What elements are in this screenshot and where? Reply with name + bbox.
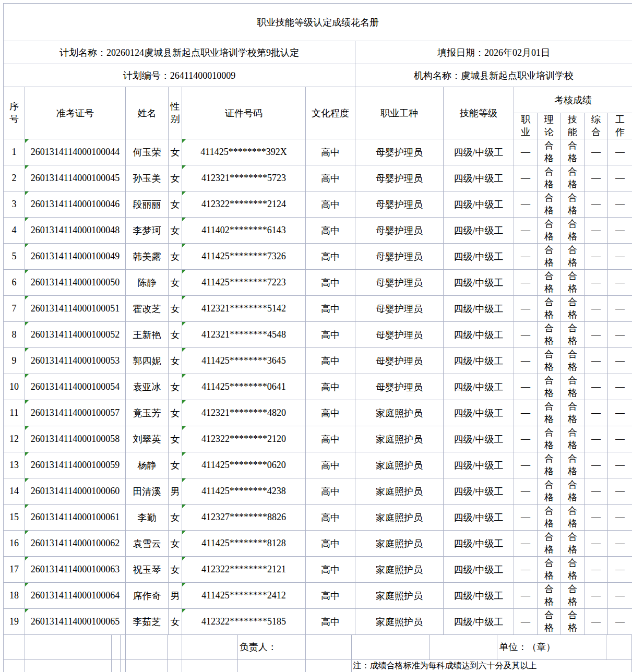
cell-score-work[interactable]: — bbox=[608, 478, 632, 505]
cell-gender[interactable]: 女 bbox=[169, 400, 182, 426]
cell-score-comprehensive[interactable]: — bbox=[585, 374, 608, 400]
cell-gender[interactable]: 女 bbox=[169, 270, 182, 296]
cell-score-occupational[interactable]: — bbox=[514, 609, 538, 635]
footer-cell[interactable] bbox=[352, 635, 430, 660]
cell-score-skill[interactable]: 合格 bbox=[561, 400, 585, 426]
cell-score-work[interactable]: — bbox=[608, 400, 632, 426]
cell-gender[interactable]: 女 bbox=[169, 609, 182, 635]
cell-score-theory[interactable]: 合格 bbox=[538, 296, 561, 322]
cell-occupation[interactable]: 母婴护理员 bbox=[355, 191, 444, 218]
cell-score-theory[interactable]: 合格 bbox=[538, 531, 561, 557]
cell-gender[interactable]: 女 bbox=[169, 531, 182, 557]
cell-name[interactable]: 袁雪云 bbox=[126, 531, 169, 557]
header-occupation[interactable]: 职业工种 bbox=[355, 87, 444, 139]
cell-score-comprehensive[interactable]: — bbox=[585, 478, 608, 505]
cell-gender[interactable]: 女 bbox=[169, 218, 182, 244]
header-education[interactable]: 文化程度 bbox=[306, 87, 355, 139]
cell-score-occupational[interactable]: — bbox=[514, 452, 538, 478]
cell-education[interactable]: 高中 bbox=[306, 505, 355, 531]
cell-gender[interactable]: 男 bbox=[169, 583, 182, 609]
cell-gender[interactable]: 女 bbox=[169, 505, 182, 531]
cell-education[interactable]: 高中 bbox=[306, 244, 355, 270]
cell-ticket-no[interactable]: 2601314114000100062 bbox=[25, 531, 126, 557]
cell-score-skill[interactable]: 合格 bbox=[561, 505, 585, 531]
footer-cell[interactable] bbox=[430, 635, 497, 660]
cell-score-work[interactable]: — bbox=[608, 505, 632, 531]
cell-gender[interactable]: 女 bbox=[169, 426, 182, 452]
cell-score-comprehensive[interactable]: — bbox=[585, 296, 608, 322]
cell-id-no[interactable]: 411425********0620 bbox=[182, 452, 306, 478]
cell-score-theory[interactable]: 合格 bbox=[538, 426, 561, 452]
cell-score-occupational[interactable]: — bbox=[514, 348, 538, 374]
cell-id-no[interactable]: 412321********4548 bbox=[182, 322, 306, 348]
cell-ticket-no[interactable]: 2601314114000100049 bbox=[25, 244, 126, 270]
cell-score-skill[interactable]: 合格 bbox=[561, 322, 585, 348]
cell-name[interactable]: 席作奇 bbox=[126, 583, 169, 609]
cell-score-theory[interactable]: 合格 bbox=[538, 374, 561, 400]
cell-name[interactable]: 李茹芝 bbox=[126, 609, 169, 635]
cell-id-no[interactable]: 411425********0641 bbox=[182, 374, 306, 400]
cell-seq[interactable]: 6 bbox=[4, 270, 25, 296]
cell-score-skill[interactable]: 合格 bbox=[561, 609, 585, 635]
cell-score-occupational[interactable]: — bbox=[514, 478, 538, 505]
unit-seal-label-cell[interactable]: 单位：（章） bbox=[497, 635, 606, 660]
cell-occupation[interactable]: 家庭照护员 bbox=[355, 609, 444, 635]
footer-cell[interactable] bbox=[25, 635, 112, 660]
cell-ticket-no[interactable]: 2601314114000100045 bbox=[25, 165, 126, 191]
cell-score-work[interactable]: — bbox=[608, 348, 632, 374]
footer-cell[interactable] bbox=[112, 635, 121, 660]
cell-skill-level[interactable]: 四级/中级工 bbox=[444, 426, 514, 452]
cell-name[interactable]: 竟玉芳 bbox=[126, 400, 169, 426]
cell-ticket-no[interactable]: 2601314114000100057 bbox=[25, 400, 126, 426]
cell-skill-level[interactable]: 四级/中级工 bbox=[444, 400, 514, 426]
cell-ticket-no[interactable]: 2601314114000100060 bbox=[25, 478, 126, 505]
cell-education[interactable]: 高中 bbox=[306, 557, 355, 583]
cell-ticket-no[interactable]: 2601314114000100052 bbox=[25, 322, 126, 348]
cell-score-theory[interactable]: 合格 bbox=[538, 165, 561, 191]
cell-score-occupational[interactable]: — bbox=[514, 583, 538, 609]
cell-name[interactable]: 祝玉琴 bbox=[126, 557, 169, 583]
cell-score-skill[interactable]: 合格 bbox=[561, 583, 585, 609]
cell-seq[interactable]: 1 bbox=[4, 139, 25, 165]
cell-seq[interactable]: 12 bbox=[4, 426, 25, 452]
cell-education[interactable]: 高中 bbox=[306, 139, 355, 165]
cell-score-skill[interactable]: 合格 bbox=[561, 218, 585, 244]
cell-id-no[interactable]: 412321********5142 bbox=[182, 296, 306, 322]
footer-cell[interactable] bbox=[126, 660, 168, 672]
cell-gender[interactable]: 女 bbox=[169, 322, 182, 348]
footer-cell[interactable] bbox=[168, 635, 182, 660]
cell-gender[interactable]: 女 bbox=[169, 139, 182, 165]
cell-occupation[interactable]: 母婴护理员 bbox=[355, 296, 444, 322]
cell-education[interactable]: 高中 bbox=[306, 218, 355, 244]
cell-score-skill[interactable]: 合格 bbox=[561, 348, 585, 374]
cell-education[interactable]: 高中 bbox=[306, 452, 355, 478]
header-skill-level[interactable]: 技能等级 bbox=[444, 87, 514, 139]
cell-id-no[interactable]: 411425********2412 bbox=[182, 583, 306, 609]
cell-id-no[interactable]: 411425********3645 bbox=[182, 348, 306, 374]
cell-id-no[interactable]: 411425********392X bbox=[182, 139, 306, 165]
cell-score-work[interactable]: — bbox=[608, 583, 632, 609]
cell-gender[interactable]: 女 bbox=[169, 191, 182, 218]
cell-seq[interactable]: 10 bbox=[4, 374, 25, 400]
cell-occupation[interactable]: 母婴护理员 bbox=[355, 218, 444, 244]
cell-skill-level[interactable]: 四级/中级工 bbox=[444, 139, 514, 165]
cell-seq[interactable]: 15 bbox=[4, 505, 25, 531]
cell-skill-level[interactable]: 四级/中级工 bbox=[444, 374, 514, 400]
cell-education[interactable]: 高中 bbox=[306, 583, 355, 609]
cell-seq[interactable]: 2 bbox=[4, 165, 25, 191]
cell-score-skill[interactable]: 合格 bbox=[561, 296, 585, 322]
cell-id-no[interactable]: 412322********2121 bbox=[182, 557, 306, 583]
cell-occupation[interactable]: 家庭照护员 bbox=[355, 583, 444, 609]
cell-education[interactable]: 高中 bbox=[306, 322, 355, 348]
cell-score-occupational[interactable]: — bbox=[514, 400, 538, 426]
cell-occupation[interactable]: 母婴护理员 bbox=[355, 139, 444, 165]
footer-cell[interactable] bbox=[306, 635, 352, 660]
cell-ticket-no[interactable]: 2601314114000100053 bbox=[25, 348, 126, 374]
plan-code-cell[interactable]: 计划编号：26411400010009 bbox=[4, 64, 355, 87]
cell-score-work[interactable]: — bbox=[608, 218, 632, 244]
header-score-skill[interactable]: 技能 bbox=[561, 113, 585, 139]
cell-score-work[interactable]: — bbox=[608, 191, 632, 218]
cell-gender[interactable]: 女 bbox=[169, 557, 182, 583]
cell-education[interactable]: 高中 bbox=[306, 270, 355, 296]
footer-cell[interactable] bbox=[4, 660, 25, 672]
